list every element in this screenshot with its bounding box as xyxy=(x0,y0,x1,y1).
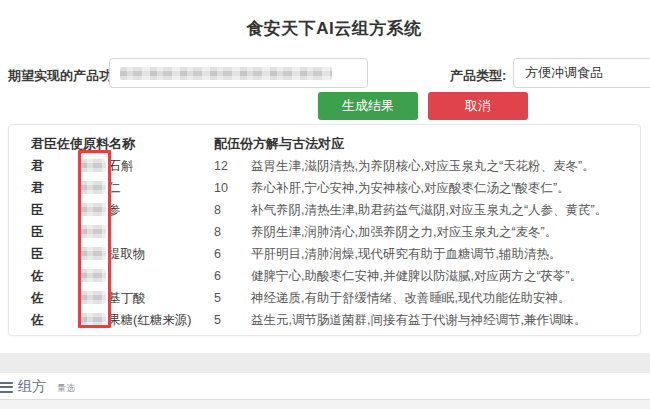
redacted-ingredient xyxy=(80,247,106,260)
menu-icon xyxy=(0,379,13,395)
table-row: 君 仁 10 养心补肝,宁心安神,为安神核心,对应酸枣仁汤之“酸枣仁”。 xyxy=(9,177,640,199)
row-role: 臣 xyxy=(31,221,44,243)
divider-band xyxy=(0,353,650,373)
table-body: 君 石斛 12 益胃生津,滋阴清热,为养阴核心,对应玉泉丸之“天花粉、麦冬”。 … xyxy=(9,155,640,331)
product-type-value: 方便冲调食品 xyxy=(525,65,603,80)
table-row: 佐 6 健脾宁心,助酸枣仁安神,并健脾以防滋腻,对应两方之“茯苓”。 xyxy=(9,265,640,287)
redacted-ingredient xyxy=(80,159,106,172)
row-quantity: 12 xyxy=(214,155,228,177)
row-quantity: 6 xyxy=(214,243,221,265)
table-row: 佐 基丁酸 5 神经递质,有助于舒缓情绪、改善睡眠,现代功能佐助安神。 xyxy=(9,287,640,309)
cancel-button[interactable]: 取消 xyxy=(428,92,528,120)
product-type-select[interactable]: 方便冲调食品 xyxy=(513,58,650,88)
table-row: 臣 8 养阴生津,润肺清心,加强养阴之力,对应玉泉丸之“麦冬”。 xyxy=(9,221,640,243)
row-ingredient: 提取物 xyxy=(80,243,146,265)
ingredient-suffix: 基丁酸 xyxy=(108,291,146,305)
redacted-ingredient xyxy=(80,291,106,304)
row-description: 健脾宁心,助酸枣仁安神,并健脾以防滋腻,对应两方之“茯苓”。 xyxy=(251,265,582,287)
result-table-card: 君臣佐使原料名称 配伍份方解与古法对应 君 石斛 12 益胃生津,滋阴清热,为养… xyxy=(8,124,641,336)
redacted-ingredient xyxy=(80,269,106,282)
row-description: 补气养阴,清热生津,助君药益气滋阴,对应玉泉丸之“人参、黄芪”。 xyxy=(251,199,607,221)
section-badge: 量选 xyxy=(57,380,75,395)
row-quantity: 8 xyxy=(214,221,221,243)
row-ingredient: 果糖(红糖来源) xyxy=(80,309,191,331)
redacted-ingredient xyxy=(80,225,106,238)
table-header-row: 君臣佐使原料名称 配伍份方解与古法对应 xyxy=(9,135,640,155)
bottom-band xyxy=(0,399,650,409)
ingredient-suffix: 提取物 xyxy=(108,247,146,261)
function-label: 期望实现的产品功能 xyxy=(8,67,125,85)
redacted-ingredient xyxy=(80,313,106,326)
redacted-input-text xyxy=(120,67,332,80)
generate-button[interactable]: 生成结果 xyxy=(318,92,418,120)
row-role: 臣 xyxy=(31,199,44,221)
row-role: 佐 xyxy=(31,265,44,287)
row-description: 益生元,调节肠道菌群,间接有益于代谢与神经调节,兼作调味。 xyxy=(251,309,586,331)
ingredient-column-header: 君臣佐使原料名称 xyxy=(31,135,135,153)
ingredient-suffix: 仁 xyxy=(108,181,121,195)
product-type-label: 产品类型: xyxy=(450,67,506,85)
function-input[interactable] xyxy=(109,58,368,88)
table-row: 臣 参 8 补气养阴,清热生津,助君药益气滋阴,对应玉泉丸之“人参、黄芪”。 xyxy=(9,199,640,221)
row-ingredient: 石斛 xyxy=(80,155,133,177)
page-title: 食安天下AI云组方系统 xyxy=(0,17,650,40)
row-role: 佐 xyxy=(31,309,44,331)
row-quantity: 8 xyxy=(214,199,221,221)
row-quantity: 6 xyxy=(214,265,221,287)
ingredient-suffix: 石斛 xyxy=(108,159,133,173)
row-description: 平肝明目,清肺润燥,现代研究有助于血糖调节,辅助清热。 xyxy=(251,243,561,265)
row-quantity: 5 xyxy=(214,287,221,309)
row-ingredient: 仁 xyxy=(80,177,121,199)
row-role: 君 xyxy=(31,177,44,199)
row-description: 养心补肝,宁心安神,为安神核心,对应酸枣仁汤之“酸枣仁”。 xyxy=(251,177,570,199)
row-ingredient: 基丁酸 xyxy=(80,287,146,309)
row-quantity: 10 xyxy=(214,177,228,199)
ingredient-suffix: 果糖(红糖来源) xyxy=(108,313,191,327)
table-row: 臣 提取物 6 平肝明目,清肺润燥,现代研究有助于血糖调节,辅助清热。 xyxy=(9,243,640,265)
section-header-formula[interactable]: 组方 量选 xyxy=(0,375,650,399)
section-title: 组方 xyxy=(18,378,46,396)
row-role: 佐 xyxy=(31,287,44,309)
app-window: 食安天下AI云组方系统 期望实现的产品功能 产品类型: 方便冲调食品 生成结果 … xyxy=(0,0,650,409)
explanation-column-header: 配伍份方解与古法对应 xyxy=(214,135,344,153)
row-ingredient: 参 xyxy=(80,199,121,221)
row-description: 益胃生津,滋阴清热,为养阴核心,对应玉泉丸之“天花粉、麦冬”。 xyxy=(251,155,595,177)
ingredient-suffix: 参 xyxy=(108,203,121,217)
redacted-ingredient xyxy=(80,181,106,194)
row-ingredient xyxy=(80,221,108,243)
row-role: 臣 xyxy=(31,243,44,265)
row-ingredient xyxy=(80,265,108,287)
row-role: 君 xyxy=(31,155,44,177)
row-description: 神经递质,有助于舒缓情绪、改善睡眠,现代功能佐助安神。 xyxy=(251,287,570,309)
row-quantity: 5 xyxy=(214,309,221,331)
redacted-ingredient xyxy=(80,203,106,216)
table-row: 佐 果糖(红糖来源) 5 益生元,调节肠道菌群,间接有益于代谢与神经调节,兼作调… xyxy=(9,309,640,331)
table-row: 君 石斛 12 益胃生津,滋阴清热,为养阴核心,对应玉泉丸之“天花粉、麦冬”。 xyxy=(9,155,640,177)
row-description: 养阴生津,润肺清心,加强养阴之力,对应玉泉丸之“麦冬”。 xyxy=(251,221,557,243)
